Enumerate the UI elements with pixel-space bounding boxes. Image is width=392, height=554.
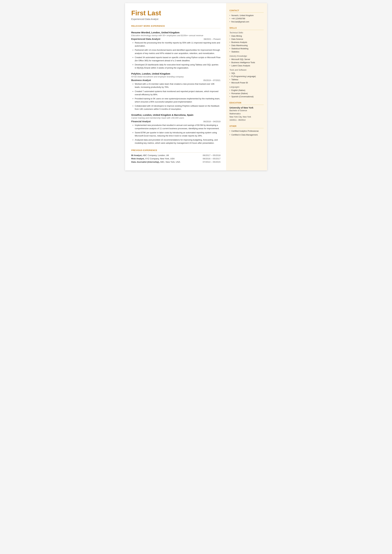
other-item-1: Certified Analytics Professional.: [230, 129, 264, 133]
bullet-1-1: Reduced the processing time for monthly …: [133, 41, 221, 48]
bullet-list-3: Implemented new procedures that resulted…: [131, 124, 221, 145]
bullet-3-2: Saved $78K per quarter in labor costs by…: [133, 131, 221, 137]
job-title-1: Experienced Data Analyst: [131, 38, 161, 40]
company-header-3: Growthsi, London, United Kingdom & Barce…: [131, 113, 221, 116]
job-row-1: Experienced Data Analyst 08/2021 – Prese…: [131, 38, 221, 40]
skill-latent-class: Latent Class Analysis: [230, 64, 264, 67]
skill-business-analysis: Business Analysis: [230, 41, 264, 44]
skill-r: R (Programming Language): [230, 75, 264, 78]
skill-data-mining: Data Mining: [230, 35, 264, 38]
edu-dates: 10/2011 - 06/2014: [230, 119, 264, 122]
prev-exp-dates-1: 06/2017 – 05/2018: [203, 154, 221, 156]
company-header-2: Polyhire, London, United Kingdom: [131, 72, 221, 75]
right-column: CONTACT Norwich, United Kingdom +44 1234…: [226, 3, 267, 170]
company-name-2: Polyhire, London, United Kingdom: [131, 72, 170, 75]
language-spanish: Spanish (Conversational): [230, 95, 264, 98]
skill-statistical-modeling: Statistical Modeling: [230, 47, 264, 50]
job-title-2: Business Analyst: [131, 79, 151, 82]
bullet-3-3: Analyzed data and provided 15 recommenda…: [133, 138, 221, 145]
skill-bi-tools: Business Intelligence Tools: [230, 61, 264, 64]
skill-data-warehousing: Data Warehousing: [230, 44, 264, 47]
contact-list: Norwich, United Kingdom +44 123456789 fi…: [230, 14, 264, 23]
edu-field: Mathematics: [230, 112, 264, 115]
contact-phone: +44 123456789: [230, 17, 264, 20]
bullet-2-3: Provided training to 5K users on new sys…: [133, 97, 221, 104]
bullet-list-2: Worked with a 15-member sales team that …: [131, 83, 221, 111]
bullet-1-3: Created 34 automated reports based on sp…: [133, 56, 221, 62]
job-dates-3: 06/2018 – 04/2019: [203, 120, 220, 123]
technical-skills-label: Technical Skills:: [230, 32, 264, 34]
job-dates-2: 05/2019 – 07/2021: [203, 79, 220, 82]
industry-skills-list: Microsoft SQL Server Business Intelligen…: [230, 58, 264, 67]
job-dates-1: 08/2021 – Present: [204, 38, 220, 40]
prev-exp-left-3: Data Journalist (Internship), ABC, New Y…: [131, 161, 180, 163]
contact-email: first.last@gmail.com: [230, 20, 264, 23]
skill-data-science: Data Science: [230, 38, 264, 41]
skills-title: SKILLS: [230, 27, 264, 30]
education-title: EDUCATION: [230, 102, 264, 105]
bullet-1-2: Partnered with 14 cross-functional teams…: [133, 49, 221, 55]
relevant-work-title: RELEVANT WORK EXPERIENCE: [131, 25, 221, 28]
edu-location: New York City, New York: [230, 115, 264, 119]
edu-degree: Bachelor of Science: [230, 109, 264, 112]
other-item-2: Certified in Data Management.: [230, 133, 264, 136]
prev-exp-dates-2: 06/2016 – 05/2017: [203, 157, 221, 160]
other-title: OTHER: [230, 125, 264, 128]
skill-powerbi: Microsoft Power BI: [230, 81, 264, 84]
skill-sql: SQL: [230, 72, 264, 75]
prev-exp-left-2: Risk Analyst, XYZ Company, New York, USA: [131, 157, 175, 160]
language-english: English (Native): [230, 89, 264, 92]
job-row-2: Business Analyst 05/2019 – 07/2021: [131, 79, 221, 82]
candidate-subtitle: Experienced Data Analyst: [131, 18, 221, 20]
company-desc-1: Education technology startup with 50+ em…: [131, 34, 221, 37]
languages-label: Languages:: [230, 86, 264, 88]
prev-exp-left-1: BI Analyst, ABC Company, London, UK: [131, 154, 169, 156]
skill-tableau: Tableau: [230, 78, 264, 81]
company-name-1: Resume Worded, London, United Kingdom: [131, 31, 180, 34]
job-row-3: Financial Analyst 06/2018 – 04/2019: [131, 120, 221, 123]
bullet-1-4: Developed 20 dashboards daily for execut…: [133, 63, 221, 70]
left-column: First Last Experienced Data Analyst RELE…: [125, 3, 226, 170]
prev-exp-row-3: Data Journalist (Internship), ABC, New Y…: [131, 161, 221, 163]
resume-container: First Last Experienced Data Analyst RELE…: [125, 3, 267, 170]
industry-knowledge-label: Industry Knowledge:: [230, 55, 264, 57]
company-name-3: Growthsi, London, United Kingdom & Barce…: [131, 113, 193, 116]
bullet-2-1: Worked with a 15-member sales team that …: [133, 83, 221, 89]
company-header-1: Resume Worded, London, United Kingdom: [131, 31, 221, 34]
languages-list: English (Native) Romanian (Native) Spani…: [230, 89, 264, 98]
bullet-2-4: Collaborated with 19 developers to impro…: [133, 104, 221, 111]
prev-exp-row-1: BI Analyst, ABC Company, London, UK 06/2…: [131, 154, 221, 156]
tools-label: Tools and Software:: [230, 69, 264, 71]
skill-mssql: Microsoft SQL Server: [230, 58, 264, 61]
previous-exp-title: PREVIOUS EXPERIENCE: [131, 149, 221, 153]
skill-statistics: Statistics: [230, 50, 264, 53]
edu-school: University of New York: [230, 106, 264, 109]
prev-exp-row-2: Risk Analyst, XYZ Company, New York, USA…: [131, 157, 221, 160]
candidate-name: First Last: [131, 9, 221, 17]
company-desc-2: NYSE-listed recruitment and employer bra…: [131, 76, 221, 78]
company-desc-3: Career training and membership SaaS with…: [131, 117, 221, 119]
bullet-2-2: Created 7 automated systems that monitor…: [133, 90, 221, 96]
contact-address: Norwich, United Kingdom: [230, 14, 264, 17]
bullet-3-1: Implemented new procedures that resulted…: [133, 124, 221, 130]
language-romanian: Romanian (Native): [230, 92, 264, 95]
bullet-list-1: Reduced the processing time for monthly …: [131, 41, 221, 70]
tools-list: SQL R (Programming Language) Tableau Mic…: [230, 72, 264, 84]
job-title-3: Financial Analyst: [131, 120, 151, 123]
contact-title: CONTACT: [230, 9, 264, 13]
technical-skills-list: Data Mining Data Science Business Analys…: [230, 35, 264, 53]
prev-exp-dates-3: 07/2014 – 05/2015: [203, 161, 221, 163]
